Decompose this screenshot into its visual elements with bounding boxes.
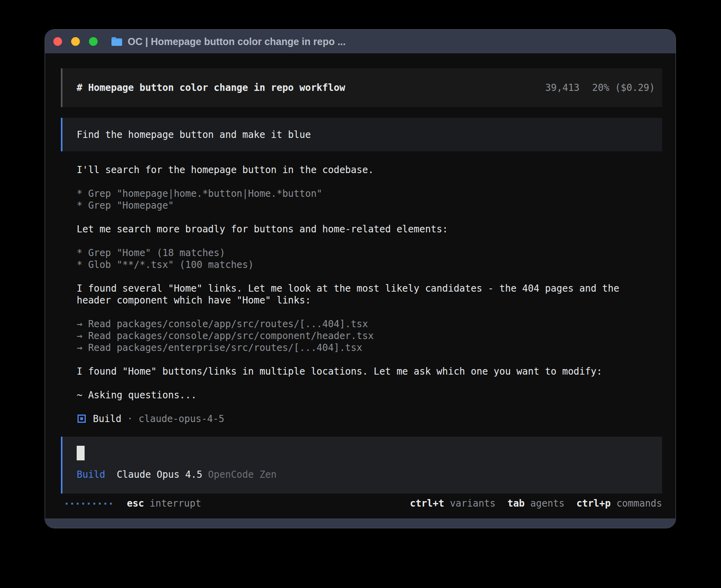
spinner-dot xyxy=(104,503,106,505)
transcript-line: Build · claude-opus-4-5 xyxy=(77,413,662,425)
transcript-group: Build · claude-opus-4-5 xyxy=(77,413,662,425)
build-agent-icon xyxy=(77,415,86,423)
transcript-line: → Read packages/enterprise/src/routes/[.… xyxy=(77,342,662,354)
shortcut-hint[interactable]: tab agents xyxy=(508,498,565,509)
transcript-group: I found several "Home" links. Let me loo… xyxy=(77,283,662,306)
shortcut-label: commands xyxy=(611,498,662,509)
transcript-segment: * Grep "Homepage" xyxy=(77,200,174,211)
statusbar: esc interrupt ctrl+t variantstab agentsc… xyxy=(61,498,662,509)
model-name[interactable]: Claude Opus 4.5 xyxy=(117,469,202,480)
terminal-window: OC | Homepage button color change in rep… xyxy=(45,29,676,528)
transcript-group: I'll search for the homepage button in t… xyxy=(77,164,662,176)
context-cost: 20% ($0.29) xyxy=(592,82,655,93)
spinner-dot xyxy=(77,503,79,505)
transcript-line: * Grep "Homepage" xyxy=(77,200,662,211)
interrupt-label: interrupt xyxy=(144,498,201,509)
spinner-dot xyxy=(110,503,112,505)
transcript-segment: I found "Home" buttons/links in multiple… xyxy=(77,366,602,377)
user-message-text: Find the homepage button and make it blu… xyxy=(77,129,311,140)
transcript-group: * Grep "homepage|home.*button|Home.*butt… xyxy=(77,188,662,211)
transcript-line: ~ Asking questions... xyxy=(77,389,662,401)
session-title: # Homepage button color change in repo w… xyxy=(77,82,345,93)
shortcut-hint[interactable]: ctrl+t variants xyxy=(410,498,496,509)
spinner-dot xyxy=(82,503,84,505)
maximize-button[interactable] xyxy=(89,37,98,46)
folder-icon xyxy=(111,36,123,47)
transcript-line: * Glob "**/*.tsx" (100 matches) xyxy=(77,259,662,271)
traffic-lights xyxy=(53,37,98,46)
shortcut-key: ctrl+p xyxy=(576,498,611,509)
transcript-segment: → Read packages/console/app/src/componen… xyxy=(77,330,374,341)
spinner-dot xyxy=(88,503,90,505)
transcript-segment: I found several "Home" links. Let me loo… xyxy=(77,283,619,294)
transcript-line: I'll search for the homepage button in t… xyxy=(77,164,662,176)
spinner-dot xyxy=(93,503,95,505)
shortcut-hint[interactable]: ctrl+p commands xyxy=(576,498,662,509)
transcript-segment: Let me search more broadly for buttons a… xyxy=(77,224,448,235)
window-bottom-strip xyxy=(45,518,676,528)
window-title: OC | Homepage button color change in rep… xyxy=(128,36,345,47)
esc-key-hint[interactable]: esc xyxy=(127,498,144,509)
shortcut-label: agents xyxy=(525,498,564,509)
transcript-segment: header component which have "Home" links… xyxy=(77,295,311,306)
agent-mode-label[interactable]: Build xyxy=(77,469,105,480)
transcript-segment: * Glob "**/*.tsx" (100 matches) xyxy=(77,259,254,270)
transcript-line: Let me search more broadly for buttons a… xyxy=(77,223,662,235)
terminal-content: # Homepage button color change in repo w… xyxy=(45,53,676,518)
session-header: # Homepage button color change in repo w… xyxy=(61,68,662,107)
shortcut-key: ctrl+t xyxy=(410,498,444,509)
shortcut-key: tab xyxy=(508,498,525,509)
transcript-segment: → Read packages/console/app/src/routes/[… xyxy=(77,318,368,330)
transcript-group: * Grep "Home" (18 matches)* Glob "**/*.t… xyxy=(77,247,662,271)
minimize-button[interactable] xyxy=(71,37,80,46)
close-button[interactable] xyxy=(53,37,62,46)
shortcut-label: variants xyxy=(444,498,496,509)
transcript-group: ~ Asking questions... xyxy=(77,389,662,401)
transcript: I'll search for the homepage button in t… xyxy=(61,164,662,437)
transcript-group: → Read packages/console/app/src/routes/[… xyxy=(77,318,662,354)
spinner-dot xyxy=(66,503,68,505)
spinner-dot xyxy=(71,503,73,505)
transcript-line: I found several "Home" links. Let me loo… xyxy=(77,283,662,294)
transcript-segment: Build xyxy=(93,413,121,424)
input-footer: Build Claude Opus 4.5 OpenCode Zen xyxy=(77,469,662,480)
transcript-segment: * Grep "Home" (18 matches) xyxy=(77,247,225,258)
transcript-segment: I'll search for the homepage button in t… xyxy=(77,164,374,175)
transcript-group: Let me search more broadly for buttons a… xyxy=(77,223,662,235)
transcript-segment: * Grep "homepage|home.*button|Home.*butt… xyxy=(77,188,322,199)
transcript-line: header component which have "Home" links… xyxy=(77,294,662,306)
transcript-line: * Grep "Home" (18 matches) xyxy=(77,247,662,259)
session-stats: 39,413 20% ($0.29) xyxy=(545,82,655,93)
titlebar: OC | Homepage button color change in rep… xyxy=(45,30,676,53)
text-cursor xyxy=(77,446,85,460)
transcript-line: * Grep "homepage|home.*button|Home.*butt… xyxy=(77,188,662,200)
transcript-line: I found "Home" buttons/links in multiple… xyxy=(77,366,662,377)
transcript-segment: → Read packages/enterprise/src/routes/[.… xyxy=(77,342,362,353)
token-count: 39,413 xyxy=(545,82,579,93)
transcript-line: → Read packages/console/app/src/componen… xyxy=(77,330,662,342)
user-message: Find the homepage button and make it blu… xyxy=(61,118,662,151)
spinner-dots xyxy=(66,503,112,505)
spinner-dot xyxy=(99,503,101,505)
transcript-segment: ~ Asking questions... xyxy=(77,390,196,401)
prompt-input[interactable]: Build Claude Opus 4.5 OpenCode Zen xyxy=(61,437,662,494)
transcript-segment: · claude-opus-4-5 xyxy=(121,413,224,424)
transcript-line: → Read packages/console/app/src/routes/[… xyxy=(77,318,662,330)
provider-name: OpenCode Zen xyxy=(208,469,276,480)
transcript-group: I found "Home" buttons/links in multiple… xyxy=(77,366,662,377)
shortcut-hints: ctrl+t variantstab agentsctrl+p commands xyxy=(410,498,662,509)
